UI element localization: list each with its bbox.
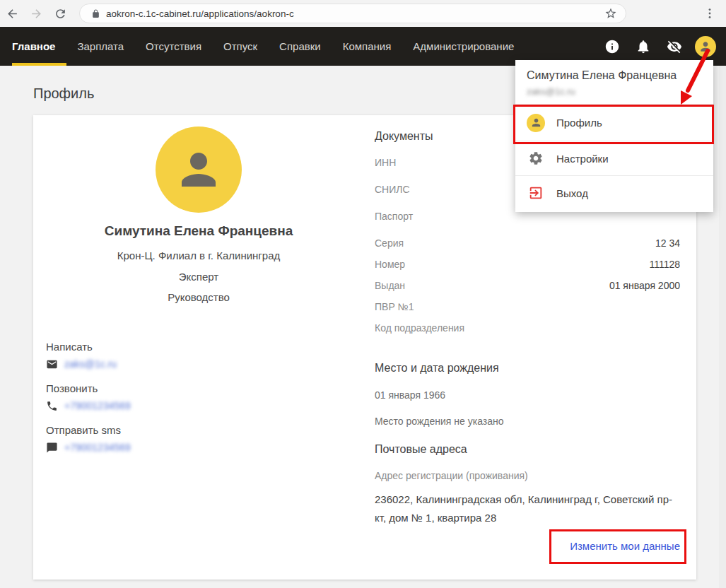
nav-item-zarplata[interactable]: Зарплата <box>66 27 135 66</box>
bookmark-star-icon[interactable] <box>604 7 617 20</box>
notifications-button[interactable] <box>633 36 654 57</box>
back-button[interactable] <box>0 3 24 24</box>
address-label: Адрес регистрации (проживания) <box>375 470 680 481</box>
person-icon <box>173 144 224 195</box>
doc-label: ИНН <box>375 157 396 168</box>
doc-value: 01 января 2000 <box>609 280 680 291</box>
scrollbar[interactable] <box>719 66 726 588</box>
forward-button[interactable] <box>24 3 48 24</box>
main-nav: Главное Зарплата Отсутствия Отпуск Справ… <box>0 27 525 66</box>
profile-organization: Крон-Ц. Филиал в г. Калининград <box>33 249 364 261</box>
contact-call: Позвонить +79001234569 <box>46 382 131 412</box>
person-icon <box>698 40 713 54</box>
doc-label: Серия <box>375 237 404 249</box>
contact-sms: Отправить sms +79001234569 <box>46 424 131 454</box>
reload-icon <box>54 7 67 20</box>
browser-menu-button[interactable] <box>699 3 720 24</box>
contacts-block: Написать zaks@1c.ru Позвонить +790012345… <box>46 341 131 466</box>
profile-avatar-icon <box>527 114 545 132</box>
url-text: aokron-c.1c-cabinet.ru/applications/aokr… <box>106 8 604 19</box>
notifications-bell-icon <box>636 39 651 54</box>
user-menu-email: zaks@1c.ru <box>527 86 702 97</box>
doc-row-kod: Код подразделения <box>375 322 680 334</box>
info-icon <box>604 39 620 54</box>
phone-icon <box>46 400 58 412</box>
nav-item-otsutstviya[interactable]: Отсутствия <box>135 27 213 66</box>
page-title: Профиль <box>33 86 94 102</box>
doc-label: СНИЛС <box>375 184 410 195</box>
more-vert-icon <box>703 6 717 20</box>
screen: aokron-c.1c-cabinet.ru/applications/aokr… <box>0 0 726 588</box>
doc-label: Номер <box>375 259 405 270</box>
doc-value: 12 34 <box>655 237 680 249</box>
sms-icon <box>46 442 58 454</box>
address-value: 236022, Калининградская обл, Калининград… <box>375 490 680 527</box>
profile-summary: Симутина Елена Францевна Крон-Ц. Филиал … <box>33 115 364 303</box>
menu-item-settings[interactable]: Настройки <box>515 141 713 175</box>
user-menu-header: Симутина Елена Францевна zaks@1c.ru <box>515 60 713 104</box>
address-bar[interactable]: aokron-c.1c-cabinet.ru/applications/aokr… <box>79 4 626 23</box>
arrow-back-icon <box>6 7 19 20</box>
lock-icon <box>91 9 100 18</box>
menu-item-profile[interactable]: Профиль <box>515 104 713 141</box>
contact-write: Написать zaks@1c.ru <box>46 341 131 370</box>
doc-row-nomer: Номер 111128 <box>375 259 680 270</box>
profile-department: Руководство <box>33 291 364 303</box>
profile-name: Симутина Елена Францевна <box>33 223 364 239</box>
visibility-off-icon <box>667 39 682 54</box>
info-button[interactable] <box>602 36 623 57</box>
birth-place: Место рождения не указано <box>375 416 680 427</box>
visibility-off-button[interactable] <box>664 36 685 57</box>
nav-item-spravki[interactable]: Справки <box>269 27 332 66</box>
doc-label: Код подразделения <box>375 322 464 334</box>
contact-label: Позвонить <box>46 382 131 394</box>
contact-label: Написать <box>46 341 131 353</box>
phone-link[interactable]: +79001234569 <box>64 400 131 411</box>
arrow-forward-icon <box>30 7 43 20</box>
nav-item-glavnoe[interactable]: Главное <box>12 27 66 66</box>
user-menu-name: Симутина Елена Францевна <box>527 69 702 82</box>
addresses-title: Почтовые адреса <box>375 443 680 456</box>
mail-icon <box>46 358 58 370</box>
profile-position: Эксперт <box>33 271 364 283</box>
gear-icon <box>528 151 544 166</box>
contact-label: Отправить sms <box>46 424 131 436</box>
person-icon <box>530 117 542 129</box>
profile-avatar <box>156 127 242 213</box>
sms-link[interactable]: +79001234569 <box>64 442 131 453</box>
menu-item-label: Выход <box>556 187 588 199</box>
doc-label: Паспорт <box>375 211 413 222</box>
nav-item-otpusk[interactable]: Отпуск <box>213 27 269 66</box>
doc-label: Выдан <box>375 280 405 291</box>
user-menu-dropdown: Симутина Елена Францевна zaks@1c.ru Проф… <box>515 60 713 212</box>
doc-row-passport: Паспорт <box>375 211 680 222</box>
exit-icon <box>528 185 544 201</box>
edit-data-button[interactable]: Изменить мои данные <box>570 540 680 552</box>
user-avatar-button[interactable] <box>695 36 716 57</box>
doc-row-vydan: Выдан 01 января 2000 <box>375 280 680 291</box>
birth-date: 01 января 1966 <box>375 389 680 401</box>
nav-item-administrirovanie[interactable]: Администрирование <box>402 27 525 66</box>
reload-button[interactable] <box>48 3 72 24</box>
menu-item-logout[interactable]: Выход <box>515 175 713 210</box>
nav-item-kompaniya[interactable]: Компания <box>332 27 402 66</box>
doc-row-seriya: Серия 12 34 <box>375 237 680 249</box>
browser-toolbar: aokron-c.1c-cabinet.ru/applications/aokr… <box>0 0 726 27</box>
doc-row-pvr: ПВР №1 <box>375 301 680 312</box>
menu-item-label: Настройки <box>556 153 609 165</box>
doc-label: ПВР №1 <box>375 301 414 312</box>
birth-title: Место и дата рождения <box>375 362 680 375</box>
doc-value: 111128 <box>649 259 680 270</box>
email-link[interactable]: zaks@1c.ru <box>64 358 117 370</box>
menu-item-label: Профиль <box>556 117 602 129</box>
